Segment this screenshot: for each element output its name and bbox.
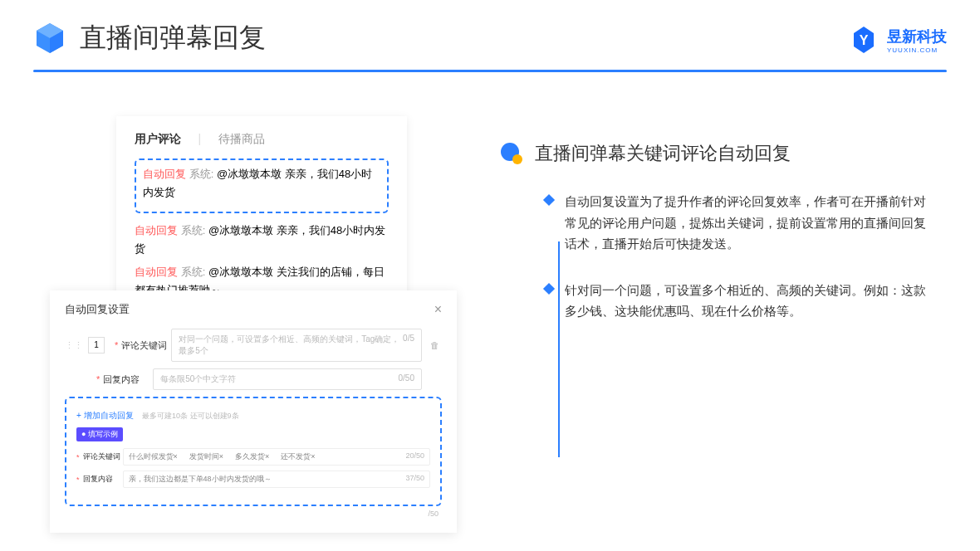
brand-icon: Y <box>849 25 879 55</box>
example-block: + 增加自动回复 最多可建10条 还可以创建9条 ● 填写示例 *评论关键词 什… <box>65 397 442 506</box>
content-input[interactable]: 每条限50个中文字符 0/50 <box>153 368 422 390</box>
example-keyword-row: *评论关键词 什么时候发货× 发货时间× 多久发货× 还不发货× 20/50 <box>76 448 430 466</box>
subtitle-row: 直播间弹幕关键词评论自动回复 <box>498 141 947 166</box>
bubble-icon <box>498 141 523 166</box>
tab-pending-goods[interactable]: 待播商品 <box>218 132 265 147</box>
page-header: 直播间弹幕回复 <box>0 0 980 56</box>
settings-title-bar: 自动回复设置 × <box>65 302 442 317</box>
brand-sub: YUUXIN.COM <box>887 46 947 54</box>
example-keyword-input: 什么时候发货× 发货时间× 多久发货× 还不发货× 20/50 <box>123 448 430 466</box>
settings-title: 自动回复设置 <box>65 302 130 317</box>
brand-logo: Y 昱新科技 YUUXIN.COM <box>849 25 947 55</box>
tabs: 用户评论 | 待播商品 <box>135 131 389 147</box>
example-badge: ● 填写示例 <box>76 427 123 441</box>
svg-point-5 <box>512 154 522 164</box>
diamond-icon <box>543 194 555 206</box>
comment-row: 自动回复 系统: @冰墩墩本墩 亲亲，我们48小时内发货 <box>143 165 380 202</box>
subtitle: 直播间弹幕关键词评论自动回复 <box>535 141 791 166</box>
keyword-row: ⋮⋮ 1 *评论关键词 对同一个问题，可设置多个相近、高频的关键词，Tag确定，… <box>65 329 442 362</box>
bullet-2: 针对同一个问题，可设置多个相近的、高频的关键词。例如：这款多少钱、这块能优惠吗、… <box>498 280 947 322</box>
bullet-1: 自动回复设置为了提升作者的评论回复效率，作者可在开播前针对常见的评论用户问题，提… <box>498 191 947 255</box>
system-tag: 系统: <box>189 168 214 180</box>
index-box: 1 <box>88 337 105 354</box>
highlighted-comment: 自动回复 系统: @冰墩墩本墩 亲亲，我们48小时内发货 <box>135 158 389 213</box>
keyword-input[interactable]: 对同一个问题，可设置多个相近、高频的关键词，Tag确定，最多5个 0/5 <box>171 329 422 362</box>
trash-icon[interactable]: 🗑 <box>430 340 442 350</box>
add-autoreply-link[interactable]: + 增加自动回复 <box>76 410 134 422</box>
auto-reply-tag: 自动回复 <box>143 168 186 180</box>
content-row: *回复内容 每条限50个中文字符 0/50 <box>65 368 442 390</box>
diamond-icon <box>543 282 555 294</box>
connector-line <box>558 241 560 457</box>
add-hint: 最多可建10条 还可以创建9条 <box>142 412 239 420</box>
cube-icon <box>33 22 66 55</box>
close-icon[interactable]: × <box>434 302 442 317</box>
example-content-row: *回复内容 亲，我们这边都是下单48小时内发货的哦～ 37/50 <box>76 471 430 488</box>
header-divider <box>33 70 947 72</box>
page-title: 直播间弹幕回复 <box>80 20 266 56</box>
description-area: 直播间弹幕关键词评论自动回复 自动回复设置为了提升作者的评论回复效率，作者可在开… <box>498 141 947 347</box>
brand-name: 昱新科技 <box>887 27 947 46</box>
side-counter: /50 <box>65 510 442 518</box>
example-content-input: 亲，我们这边都是下单48小时内发货的哦～ 37/50 <box>123 471 430 488</box>
svg-text:Y: Y <box>860 33 869 47</box>
tab-user-comments[interactable]: 用户评论 <box>135 132 181 147</box>
screenshot-area: 用户评论 | 待播商品 自动回复 系统: @冰墩墩本墩 亲亲，我们48小时内发货… <box>50 116 457 325</box>
autoreply-settings-panel: 自动回复设置 × ⋮⋮ 1 *评论关键词 对同一个问题，可设置多个相近、高频的关… <box>50 290 457 533</box>
comment-row: 自动回复 系统: @冰墩墩本墩 亲亲，我们48小时内发货 <box>135 222 389 258</box>
